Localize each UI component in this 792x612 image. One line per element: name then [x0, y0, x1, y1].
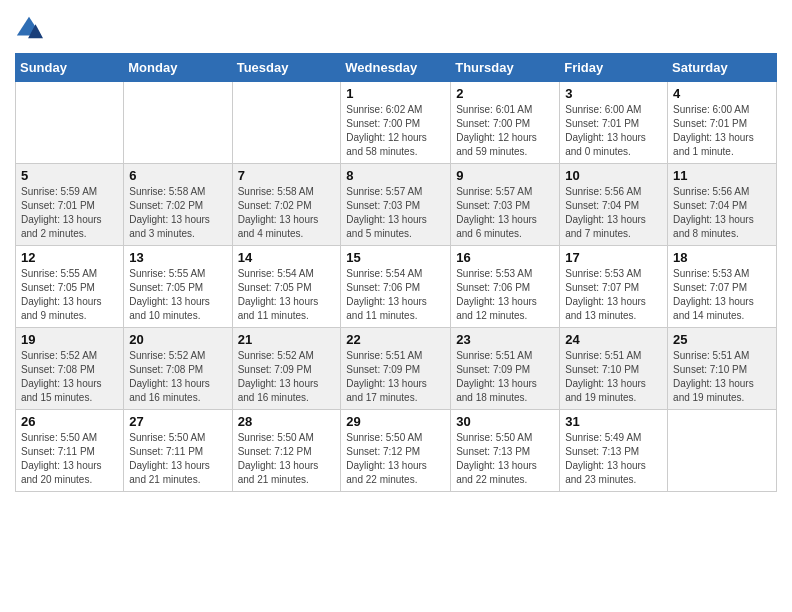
day-info: Sunrise: 5:50 AMSunset: 7:11 PMDaylight:… [129, 431, 226, 487]
day-info: Sunrise: 5:50 AMSunset: 7:12 PMDaylight:… [238, 431, 336, 487]
day-number: 27 [129, 414, 226, 429]
weekday-header: Thursday [451, 54, 560, 82]
calendar-week-row: 1Sunrise: 6:02 AMSunset: 7:00 PMDaylight… [16, 82, 777, 164]
day-info: Sunrise: 6:02 AMSunset: 7:00 PMDaylight:… [346, 103, 445, 159]
day-number: 11 [673, 168, 771, 183]
calendar-day-cell: 15Sunrise: 5:54 AMSunset: 7:06 PMDayligh… [341, 246, 451, 328]
day-info: Sunrise: 5:50 AMSunset: 7:13 PMDaylight:… [456, 431, 554, 487]
day-info: Sunrise: 6:01 AMSunset: 7:00 PMDaylight:… [456, 103, 554, 159]
day-info: Sunrise: 5:51 AMSunset: 7:10 PMDaylight:… [673, 349, 771, 405]
calendar-day-cell [16, 82, 124, 164]
day-number: 2 [456, 86, 554, 101]
day-number: 29 [346, 414, 445, 429]
calendar-day-cell: 5Sunrise: 5:59 AMSunset: 7:01 PMDaylight… [16, 164, 124, 246]
calendar-day-cell: 1Sunrise: 6:02 AMSunset: 7:00 PMDaylight… [341, 82, 451, 164]
day-info: Sunrise: 5:52 AMSunset: 7:09 PMDaylight:… [238, 349, 336, 405]
calendar-week-row: 12Sunrise: 5:55 AMSunset: 7:05 PMDayligh… [16, 246, 777, 328]
day-info: Sunrise: 5:50 AMSunset: 7:12 PMDaylight:… [346, 431, 445, 487]
day-info: Sunrise: 6:00 AMSunset: 7:01 PMDaylight:… [673, 103, 771, 159]
calendar-day-cell: 20Sunrise: 5:52 AMSunset: 7:08 PMDayligh… [124, 328, 232, 410]
day-info: Sunrise: 5:52 AMSunset: 7:08 PMDaylight:… [21, 349, 118, 405]
weekday-header: Monday [124, 54, 232, 82]
calendar-day-cell: 12Sunrise: 5:55 AMSunset: 7:05 PMDayligh… [16, 246, 124, 328]
weekday-header: Wednesday [341, 54, 451, 82]
calendar-day-cell: 30Sunrise: 5:50 AMSunset: 7:13 PMDayligh… [451, 410, 560, 492]
day-info: Sunrise: 5:59 AMSunset: 7:01 PMDaylight:… [21, 185, 118, 241]
calendar-day-cell [232, 82, 341, 164]
weekday-header: Friday [560, 54, 668, 82]
day-number: 30 [456, 414, 554, 429]
day-number: 6 [129, 168, 226, 183]
day-info: Sunrise: 5:52 AMSunset: 7:08 PMDaylight:… [129, 349, 226, 405]
day-number: 24 [565, 332, 662, 347]
calendar-day-cell: 9Sunrise: 5:57 AMSunset: 7:03 PMDaylight… [451, 164, 560, 246]
day-number: 4 [673, 86, 771, 101]
day-info: Sunrise: 5:55 AMSunset: 7:05 PMDaylight:… [129, 267, 226, 323]
calendar-day-cell: 7Sunrise: 5:58 AMSunset: 7:02 PMDaylight… [232, 164, 341, 246]
day-info: Sunrise: 5:58 AMSunset: 7:02 PMDaylight:… [129, 185, 226, 241]
day-number: 25 [673, 332, 771, 347]
calendar-day-cell: 14Sunrise: 5:54 AMSunset: 7:05 PMDayligh… [232, 246, 341, 328]
day-number: 19 [21, 332, 118, 347]
calendar-day-cell: 3Sunrise: 6:00 AMSunset: 7:01 PMDaylight… [560, 82, 668, 164]
calendar-day-cell [124, 82, 232, 164]
day-number: 5 [21, 168, 118, 183]
day-info: Sunrise: 5:51 AMSunset: 7:09 PMDaylight:… [346, 349, 445, 405]
day-number: 28 [238, 414, 336, 429]
day-number: 13 [129, 250, 226, 265]
calendar-day-cell: 28Sunrise: 5:50 AMSunset: 7:12 PMDayligh… [232, 410, 341, 492]
day-number: 16 [456, 250, 554, 265]
calendar-day-cell: 21Sunrise: 5:52 AMSunset: 7:09 PMDayligh… [232, 328, 341, 410]
calendar-day-cell: 13Sunrise: 5:55 AMSunset: 7:05 PMDayligh… [124, 246, 232, 328]
day-number: 10 [565, 168, 662, 183]
day-info: Sunrise: 5:57 AMSunset: 7:03 PMDaylight:… [346, 185, 445, 241]
calendar-day-cell: 24Sunrise: 5:51 AMSunset: 7:10 PMDayligh… [560, 328, 668, 410]
day-info: Sunrise: 5:54 AMSunset: 7:06 PMDaylight:… [346, 267, 445, 323]
weekday-header-row: SundayMondayTuesdayWednesdayThursdayFrid… [16, 54, 777, 82]
weekday-header: Sunday [16, 54, 124, 82]
calendar-week-row: 19Sunrise: 5:52 AMSunset: 7:08 PMDayligh… [16, 328, 777, 410]
day-info: Sunrise: 5:50 AMSunset: 7:11 PMDaylight:… [21, 431, 118, 487]
day-number: 17 [565, 250, 662, 265]
day-info: Sunrise: 5:56 AMSunset: 7:04 PMDaylight:… [565, 185, 662, 241]
calendar-day-cell: 23Sunrise: 5:51 AMSunset: 7:09 PMDayligh… [451, 328, 560, 410]
calendar-day-cell: 6Sunrise: 5:58 AMSunset: 7:02 PMDaylight… [124, 164, 232, 246]
calendar-day-cell: 2Sunrise: 6:01 AMSunset: 7:00 PMDaylight… [451, 82, 560, 164]
day-info: Sunrise: 5:56 AMSunset: 7:04 PMDaylight:… [673, 185, 771, 241]
day-number: 7 [238, 168, 336, 183]
day-info: Sunrise: 5:58 AMSunset: 7:02 PMDaylight:… [238, 185, 336, 241]
calendar-day-cell: 8Sunrise: 5:57 AMSunset: 7:03 PMDaylight… [341, 164, 451, 246]
day-number: 14 [238, 250, 336, 265]
page-header [15, 15, 777, 43]
calendar-week-row: 5Sunrise: 5:59 AMSunset: 7:01 PMDaylight… [16, 164, 777, 246]
day-number: 20 [129, 332, 226, 347]
calendar-day-cell: 10Sunrise: 5:56 AMSunset: 7:04 PMDayligh… [560, 164, 668, 246]
day-number: 1 [346, 86, 445, 101]
calendar-day-cell: 31Sunrise: 5:49 AMSunset: 7:13 PMDayligh… [560, 410, 668, 492]
day-number: 9 [456, 168, 554, 183]
calendar-day-cell: 22Sunrise: 5:51 AMSunset: 7:09 PMDayligh… [341, 328, 451, 410]
day-number: 15 [346, 250, 445, 265]
day-number: 8 [346, 168, 445, 183]
calendar-table: SundayMondayTuesdayWednesdayThursdayFrid… [15, 53, 777, 492]
calendar-day-cell: 4Sunrise: 6:00 AMSunset: 7:01 PMDaylight… [668, 82, 777, 164]
logo [15, 15, 47, 43]
day-info: Sunrise: 6:00 AMSunset: 7:01 PMDaylight:… [565, 103, 662, 159]
weekday-header: Saturday [668, 54, 777, 82]
day-info: Sunrise: 5:53 AMSunset: 7:07 PMDaylight:… [565, 267, 662, 323]
calendar-week-row: 26Sunrise: 5:50 AMSunset: 7:11 PMDayligh… [16, 410, 777, 492]
day-info: Sunrise: 5:51 AMSunset: 7:09 PMDaylight:… [456, 349, 554, 405]
day-number: 23 [456, 332, 554, 347]
day-info: Sunrise: 5:57 AMSunset: 7:03 PMDaylight:… [456, 185, 554, 241]
calendar-day-cell [668, 410, 777, 492]
day-info: Sunrise: 5:55 AMSunset: 7:05 PMDaylight:… [21, 267, 118, 323]
day-info: Sunrise: 5:49 AMSunset: 7:13 PMDaylight:… [565, 431, 662, 487]
day-number: 22 [346, 332, 445, 347]
calendar-day-cell: 18Sunrise: 5:53 AMSunset: 7:07 PMDayligh… [668, 246, 777, 328]
calendar-day-cell: 25Sunrise: 5:51 AMSunset: 7:10 PMDayligh… [668, 328, 777, 410]
day-number: 3 [565, 86, 662, 101]
day-info: Sunrise: 5:53 AMSunset: 7:07 PMDaylight:… [673, 267, 771, 323]
day-info: Sunrise: 5:53 AMSunset: 7:06 PMDaylight:… [456, 267, 554, 323]
day-number: 31 [565, 414, 662, 429]
day-number: 12 [21, 250, 118, 265]
